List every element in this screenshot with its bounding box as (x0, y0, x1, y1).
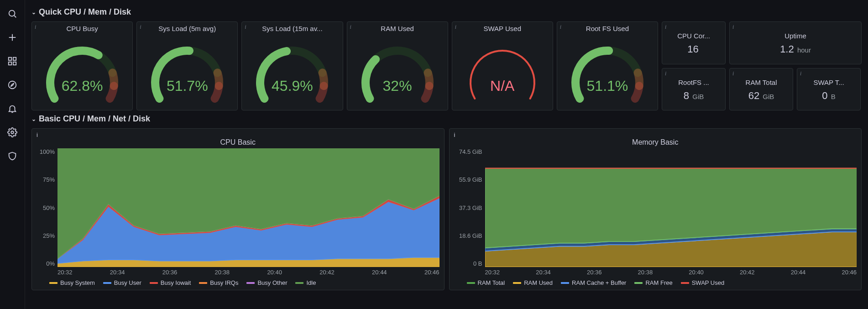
gauge-panel[interactable]: i Root FS Used 51.1% (557, 21, 658, 110)
legend-item[interactable]: Busy Iowait (150, 279, 191, 286)
info-icon[interactable]: i (665, 70, 666, 77)
legend-label: RAM Total (478, 279, 505, 286)
stat-panel[interactable]: i RootFS ... 8 GiB (662, 68, 726, 111)
info-icon[interactable]: i (140, 24, 141, 31)
chevron-down-icon: ⌄ (31, 116, 36, 122)
gauge: 45.9% (242, 32, 342, 110)
legend: RAM TotalRAM UsedRAM Cache + BufferRAM F… (454, 279, 857, 286)
legend-label: Idle (306, 279, 316, 286)
panel-title: RAM Used (347, 22, 448, 32)
legend-item[interactable]: RAM Total (467, 279, 505, 286)
info-icon[interactable]: i (800, 70, 801, 77)
alerting-icon[interactable] (7, 103, 18, 114)
gauge: 32% (347, 32, 448, 110)
legend-item[interactable]: Busy Other (246, 279, 287, 286)
svg-line-1 (14, 16, 16, 17)
svg-rect-6 (9, 62, 11, 65)
panel-title: Uptime (776, 30, 815, 40)
graph-panel[interactable]: i Memory Basic 74.5 GiB55.9 GiB37.3 GiB1… (449, 128, 862, 290)
legend-item[interactable]: Busy User (103, 279, 141, 286)
row-title: Quick CPU / Mem / Disk (39, 7, 131, 17)
info-icon[interactable]: i (37, 131, 439, 138)
panel-title: CPU Basic (37, 138, 439, 147)
row-header-quick[interactable]: ⌄ Quick CPU / Mem / Disk (31, 7, 862, 17)
y-axis: 74.5 GiB55.9 GiB37.3 GiB18.6 GiB0 B (454, 148, 485, 267)
stat-panel[interactable]: i Uptime 1.2 hour (729, 21, 862, 64)
stat-panel[interactable]: i SWAP T... 0 B (797, 68, 861, 111)
legend-item[interactable]: RAM Free (634, 279, 672, 286)
panel-title: RootFS ... (670, 77, 717, 86)
explore-icon[interactable] (7, 79, 18, 90)
graph-panel[interactable]: i CPU Basic 100%75%50%25%0% 20:3220:3420… (31, 128, 444, 290)
plot-area[interactable] (58, 148, 439, 267)
info-icon[interactable]: i (455, 24, 456, 31)
gauge-panel[interactable]: i Sys Load (15m av... 45.9% (241, 21, 343, 110)
info-icon[interactable]: i (560, 24, 561, 31)
add-icon[interactable] (7, 32, 18, 43)
svg-point-10 (11, 131, 14, 134)
gauge-value: 32% (383, 78, 412, 94)
legend-item[interactable]: SWAP Used (681, 279, 725, 286)
dashboards-icon[interactable] (7, 56, 18, 67)
svg-point-8 (9, 81, 16, 89)
info-icon[interactable]: i (665, 24, 666, 31)
legend-label: Busy Iowait (161, 279, 191, 286)
legend: Busy SystemBusy UserBusy IowaitBusy IRQs… (37, 279, 439, 286)
legend-label: RAM Cache + Buffer (572, 279, 626, 286)
svg-rect-4 (9, 58, 11, 60)
search-icon[interactable] (7, 8, 18, 19)
panel-title: CPU Busy (32, 22, 132, 32)
svg-rect-5 (13, 58, 16, 60)
legend-item[interactable]: Busy System (49, 279, 95, 286)
stat-value: 62 GiB (748, 90, 774, 102)
stat-value: 16 (687, 43, 700, 55)
legend-label: Busy System (60, 279, 95, 286)
gauge-value: 51.7% (167, 78, 208, 94)
panel-title: Sys Load (5m avg) (137, 22, 237, 32)
gauge-panel[interactable]: i RAM Used 32% (347, 21, 448, 110)
y-axis: 100%75%50%25%0% (37, 148, 58, 267)
panel-title: RAM Total (737, 77, 785, 86)
legend-item[interactable]: Busy IRQs (199, 279, 238, 286)
row-header-basic[interactable]: ⌄ Basic CPU / Mem / Net / Disk (31, 114, 862, 124)
dashboard-main: ⌄ Quick CPU / Mem / Disk i CPU Busy 62.8… (25, 0, 868, 309)
info-icon[interactable]: i (732, 70, 734, 77)
gauge: 62.8% (32, 32, 132, 110)
admin-shield-icon[interactable] (7, 151, 18, 162)
svg-point-0 (9, 10, 15, 16)
config-icon[interactable] (7, 127, 18, 138)
legend-item[interactable]: RAM Used (513, 279, 553, 286)
gauge-value: N/A (490, 78, 514, 94)
info-icon[interactable]: i (350, 24, 351, 31)
info-icon[interactable]: i (35, 24, 36, 31)
stat-panel[interactable]: i RAM Total 62 GiB (729, 68, 793, 111)
gauge: 51.1% (557, 32, 658, 110)
graph-row: i CPU Basic 100%75%50%25%0% 20:3220:3420… (31, 128, 862, 290)
x-axis: 20:3220:3420:3620:3820:4020:4220:4420:46 (454, 269, 857, 276)
panel-title: Memory Basic (454, 138, 857, 147)
info-icon[interactable]: i (245, 24, 246, 31)
gauge-row: i CPU Busy 62.8% i Sys Load (5m avg) 51.… (31, 21, 862, 110)
legend-label: RAM Free (645, 279, 672, 286)
panel-title: CPU Cor... (669, 30, 718, 40)
info-icon[interactable]: i (732, 24, 734, 31)
gauge-panel[interactable]: i CPU Busy 62.8% (31, 21, 133, 110)
gauge: 51.7% (137, 32, 237, 110)
svg-rect-7 (13, 62, 16, 65)
legend-item[interactable]: Idle (295, 279, 316, 286)
stat-panel[interactable]: i CPU Cor... 16 (662, 21, 726, 64)
legend-label: Busy Other (257, 279, 287, 286)
x-axis: 20:3220:3420:3620:3820:4020:4220:4420:46 (37, 269, 439, 276)
info-icon[interactable]: i (454, 131, 857, 138)
gauge-panel[interactable]: i Sys Load (5m avg) 51.7% (136, 21, 238, 110)
stat-value: 1.2 hour (780, 43, 811, 55)
stat-value: 0 B (822, 90, 835, 102)
svg-marker-9 (10, 83, 14, 86)
legend-item[interactable]: RAM Cache + Buffer (561, 279, 626, 286)
plot-area[interactable] (485, 148, 857, 267)
legend-label: SWAP Used (692, 279, 725, 286)
gauge-value: 62.8% (62, 78, 103, 94)
panel-title: Root FS Used (557, 22, 658, 32)
gauge-panel[interactable]: i SWAP Used N/A (452, 21, 553, 110)
legend-label: Busy User (114, 279, 141, 286)
